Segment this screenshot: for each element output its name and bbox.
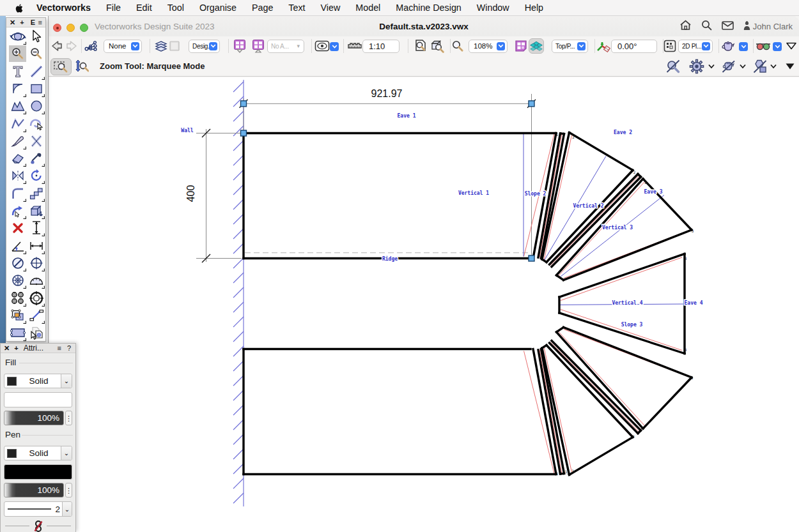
attributes-close-icon[interactable]: ✕ bbox=[4, 344, 10, 353]
tool-preferences-icon-chevron[interactable] bbox=[708, 56, 715, 77]
menu-item-machine-design[interactable]: Machine Design bbox=[388, 0, 469, 16]
drawing-canvas[interactable]: 921.97400WallEave 1Vertical 1Slope 2Eave… bbox=[49, 77, 799, 532]
unified-view-button[interactable] bbox=[529, 38, 544, 54]
unlink-marker-icon[interactable] bbox=[33, 520, 43, 532]
palette-menu-icon[interactable]: ≡ bbox=[38, 19, 42, 26]
circle-tool[interactable] bbox=[27, 98, 45, 114]
fill-opacity-menu[interactable]: ⋮ bbox=[65, 411, 72, 425]
line-tool[interactable] bbox=[27, 63, 45, 80]
home-icon[interactable] bbox=[679, 20, 692, 33]
menu-item-model[interactable]: Model bbox=[348, 0, 388, 16]
visibility-icon[interactable] bbox=[314, 36, 330, 56]
rotate-tool[interactable] bbox=[27, 167, 45, 184]
attributes-menu-icon[interactable]: ≡ bbox=[57, 344, 61, 352]
zoom-in-tool[interactable] bbox=[9, 45, 26, 62]
fit-page-icon[interactable] bbox=[414, 36, 428, 56]
menu-item-file[interactable]: File bbox=[98, 0, 128, 16]
delete-tool[interactable] bbox=[9, 220, 26, 236]
rotation-angle-field[interactable]: 0.00° bbox=[611, 40, 657, 53]
fit-objects-icon[interactable] bbox=[430, 36, 446, 56]
eyedropper-tool[interactable] bbox=[27, 150, 45, 167]
no-snap-zoom-icon[interactable] bbox=[665, 56, 682, 77]
fill-opacity-slider[interactable]: 100% bbox=[4, 411, 64, 425]
polyline-tool[interactable] bbox=[9, 116, 26, 132]
toolbar-overflow-icon[interactable] bbox=[786, 36, 797, 56]
zoom-level-dropdown[interactable]: 108% bbox=[469, 40, 508, 53]
plane-mode-dropdown[interactable]: 2D Pl... bbox=[678, 40, 713, 53]
brush-tool[interactable] bbox=[9, 133, 26, 149]
no-fill-tool[interactable] bbox=[9, 255, 26, 271]
view-dropdown[interactable]: Top/P... bbox=[552, 40, 588, 53]
freeform-tool[interactable] bbox=[27, 116, 45, 132]
back-button[interactable] bbox=[49, 36, 63, 56]
extrude-tool[interactable] bbox=[27, 202, 45, 219]
line-weight-dropdown[interactable]: 2 ⌄ bbox=[4, 501, 72, 517]
zoom-icon[interactable] bbox=[451, 36, 464, 56]
render-mode-icon[interactable] bbox=[720, 36, 736, 56]
mail-icon[interactable] bbox=[722, 21, 734, 33]
menu-item-tool[interactable]: Tool bbox=[160, 0, 192, 16]
mirror-tool[interactable] bbox=[9, 167, 26, 184]
render-style-dropdown[interactable] bbox=[773, 42, 782, 51]
protractor-tool[interactable] bbox=[27, 272, 45, 289]
saved-views-dropdown[interactable]: No A...▾ bbox=[267, 40, 304, 53]
pen-opacity-slider[interactable]: 100% bbox=[4, 483, 64, 498]
render-style-icon[interactable] bbox=[755, 36, 772, 56]
text-tool[interactable] bbox=[9, 63, 26, 80]
split-tool[interactable] bbox=[27, 133, 45, 149]
selection-handle[interactable] bbox=[529, 255, 534, 261]
move-boxes-tool[interactable] bbox=[27, 307, 45, 324]
plate-tool[interactable] bbox=[9, 324, 26, 341]
sheet-icon[interactable] bbox=[168, 36, 181, 56]
center-mark-tool[interactable] bbox=[27, 255, 45, 271]
visibility-dropdown[interactable] bbox=[330, 42, 339, 51]
forward-button[interactable] bbox=[65, 36, 79, 56]
tool-preferences-icon[interactable] bbox=[689, 56, 704, 77]
angle-dim-tool[interactable] bbox=[9, 238, 26, 254]
design-layer-dropdown[interactable]: Desig... bbox=[189, 40, 220, 53]
menu-item-window[interactable]: Window bbox=[469, 0, 517, 16]
move-tool[interactable] bbox=[9, 202, 26, 219]
pen-opacity-menu[interactable]: ⋮ bbox=[65, 483, 72, 498]
palette-close-icon[interactable]: ✕ bbox=[10, 19, 15, 27]
selection-handle[interactable] bbox=[241, 101, 247, 107]
mode-bar-overflow-icon[interactable] bbox=[785, 56, 795, 77]
user-account[interactable]: John Clark bbox=[743, 21, 793, 32]
menu-item-edit[interactable]: Edit bbox=[128, 0, 160, 16]
class-dropdown[interactable]: None bbox=[104, 40, 142, 53]
zoom-out-tool[interactable] bbox=[27, 45, 45, 62]
menu-item-view[interactable]: View bbox=[313, 0, 348, 16]
next-view-icon[interactable] bbox=[251, 36, 265, 56]
project-sharing-icon[interactable] bbox=[84, 36, 98, 56]
eraser-tool[interactable] bbox=[9, 150, 26, 167]
target-tool[interactable] bbox=[27, 290, 45, 307]
polygon-tool[interactable] bbox=[9, 98, 26, 114]
fill-style-dropdown[interactable]: Solid ⌄ bbox=[4, 374, 72, 388]
marquee-mode-button[interactable] bbox=[50, 58, 72, 75]
rings-tool[interactable] bbox=[9, 290, 26, 307]
linear-dim-tool[interactable] bbox=[27, 238, 45, 254]
render-options-icon-chevron[interactable] bbox=[739, 56, 747, 77]
menu-item-help[interactable]: Help bbox=[517, 0, 551, 16]
menu-item-text[interactable]: Text bbox=[281, 0, 313, 16]
layer-scale-icon[interactable] bbox=[347, 36, 362, 56]
attributes-help-icon[interactable]: ? bbox=[67, 344, 71, 352]
menu-item-vectorworks[interactable]: Vectorworks bbox=[29, 0, 98, 16]
duplicate-tool[interactable] bbox=[27, 324, 45, 341]
menu-item-organise[interactable]: Organise bbox=[192, 0, 244, 16]
arc-tool[interactable] bbox=[9, 80, 26, 97]
multiple-views-icon[interactable] bbox=[514, 36, 528, 56]
measure-tool[interactable] bbox=[27, 220, 45, 236]
working-plane-icon[interactable] bbox=[596, 36, 611, 56]
selection-handle[interactable] bbox=[241, 130, 247, 136]
reference-grid-icon[interactable] bbox=[663, 36, 677, 56]
previous-view-icon[interactable] bbox=[233, 36, 247, 56]
object-options-icon[interactable] bbox=[752, 56, 768, 77]
pen-color-well[interactable] bbox=[4, 464, 72, 480]
search-icon[interactable] bbox=[701, 20, 712, 33]
layers-icon[interactable] bbox=[154, 36, 168, 56]
render-options-icon[interactable] bbox=[720, 56, 737, 77]
pan-zoom-mode-icon[interactable] bbox=[74, 56, 89, 77]
selection-handle[interactable] bbox=[529, 101, 534, 107]
selection-tool[interactable] bbox=[27, 28, 45, 45]
